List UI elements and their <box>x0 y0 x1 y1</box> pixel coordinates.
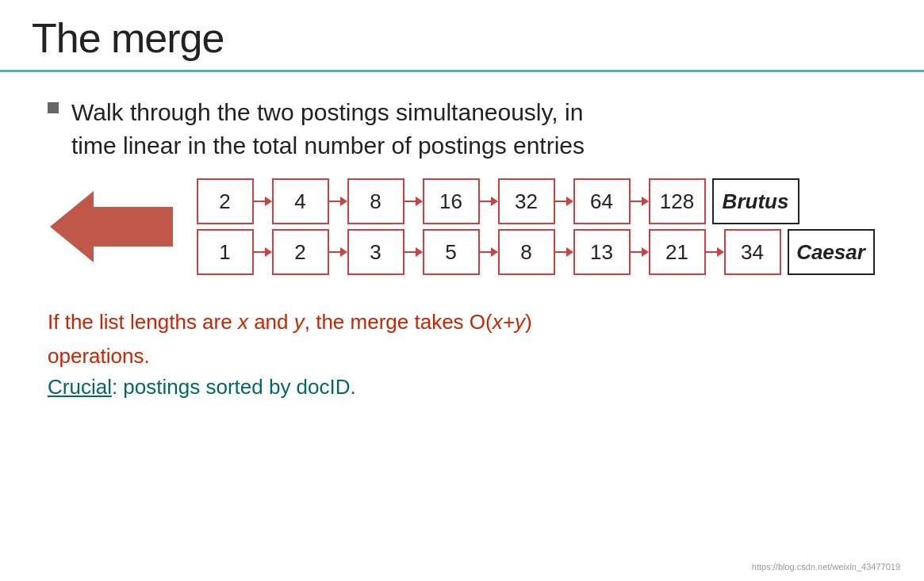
bullet-line2: time linear in the total number of posti… <box>71 132 585 159</box>
brutus-cell-4: 16 <box>423 178 480 224</box>
caesar-cell-6: 13 <box>573 229 631 275</box>
bullet-icon <box>48 102 59 113</box>
caesar-cell-5: 8 <box>498 229 555 275</box>
var-y: y <box>294 310 305 334</box>
bottom-section: If the list lengths are x and y, the mer… <box>0 299 924 399</box>
posting-rows: 2 4 8 16 32 64 128 Brutus <box>197 178 875 275</box>
caesar-cells: 1 2 3 5 8 13 21 34 <box>197 229 781 275</box>
brutus-cell-6: 64 <box>573 178 631 224</box>
bullet-line1: Walk through the two postings simultaneo… <box>71 99 583 125</box>
bullet-text: Walk through the two postings simultaneo… <box>71 96 585 162</box>
bullet-item: Walk through the two postings simultaneo… <box>48 96 876 162</box>
caesar-cell-3: 3 <box>347 229 404 275</box>
caesar-label: Caesar <box>788 229 875 275</box>
brutus-cell-2: 4 <box>272 178 329 224</box>
arrow-body <box>94 207 173 247</box>
brutus-label: Brutus <box>712 178 799 224</box>
header: The merge <box>0 0 924 72</box>
caesar-cell-7: 21 <box>649 229 706 275</box>
caesar-cell-8: 34 <box>724 229 781 275</box>
green-suffix: : postings sorted by docID. <box>112 375 356 399</box>
crucial-word: Crucial <box>48 375 112 399</box>
brutus-cells: 2 4 8 16 32 64 128 <box>197 178 706 224</box>
brutus-cell-5: 32 <box>498 178 555 224</box>
brutus-row: 2 4 8 16 32 64 128 Brutus <box>197 178 875 224</box>
caesar-row: 1 2 3 5 8 13 21 34 <box>197 229 875 275</box>
credit-text: https://blog.csdn.net/weixin_43477019 <box>752 562 900 571</box>
caesar-cell-4: 5 <box>423 229 480 275</box>
brutus-cell-3: 8 <box>347 178 404 224</box>
red-paragraph-1: If the list lengths are x and y, the mer… <box>48 307 876 338</box>
slide: The merge Walk through the two postings … <box>0 0 924 581</box>
content-area: Walk through the two postings simultaneo… <box>0 72 924 299</box>
var-x: x <box>238 310 248 334</box>
caesar-cell-2: 2 <box>272 229 329 275</box>
brutus-cell-1: 2 <box>197 178 254 224</box>
red-paragraph-2: operations. <box>48 341 876 372</box>
operations-text: operations. <box>48 344 150 368</box>
caesar-cell-1: 1 <box>197 229 254 275</box>
diagram-area: 2 4 8 16 32 64 128 Brutus <box>48 178 876 275</box>
brutus-cell-7: 128 <box>649 178 706 224</box>
green-paragraph: Crucial: postings sorted by docID. <box>48 375 876 399</box>
arrow-head-icon <box>50 191 94 262</box>
page-title: The merge <box>32 14 892 62</box>
left-arrow <box>50 191 173 262</box>
complexity: x+y <box>493 310 525 334</box>
